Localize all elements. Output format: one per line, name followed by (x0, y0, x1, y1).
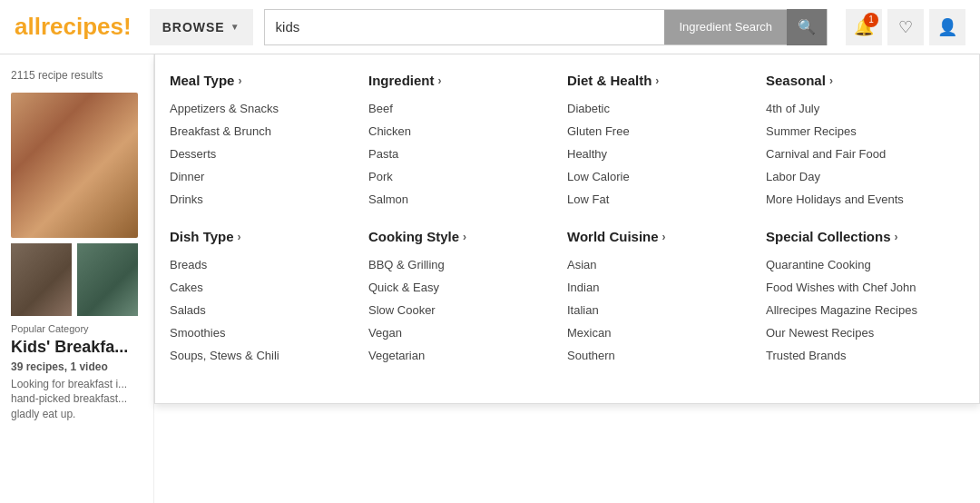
world-cuisine-header[interactable]: World Cuisine › (567, 229, 755, 244)
seasonal-summer[interactable]: Summer Recipes (766, 120, 954, 143)
header: allrecipes! BROWSE ▼ Ingredient Search 🔍… (0, 0, 980, 54)
diet-low-calorie[interactable]: Low Calorie (567, 165, 755, 188)
recipe-image-small-2 (77, 243, 138, 316)
user-icon: 👤 (937, 17, 957, 37)
seasonal-carnival[interactable]: Carnival and Fair Food (766, 143, 954, 165)
main-content: 2115 recipe results Popular Category Kid… (0, 54, 980, 503)
dish-type-breads[interactable]: Breads (170, 253, 358, 276)
browse-dropdown-menu: Meal Type › Appetizers & Snacks Breakfas… (154, 54, 980, 404)
cuisine-asian[interactable]: Asian (567, 253, 755, 276)
recipe-title[interactable]: Kids' Breakfa... (11, 338, 142, 358)
cooking-style-slow-cooker[interactable]: Slow Cooker (368, 299, 556, 321)
meal-type-section: Meal Type › Appetizers & Snacks Breakfas… (170, 73, 368, 229)
dish-type-cakes[interactable]: Cakes (170, 276, 358, 299)
ingredient-search-label: Ingredient Search (679, 20, 772, 34)
cuisine-southern[interactable]: Southern (567, 344, 755, 367)
dish-type-arrow-icon: › (238, 231, 241, 243)
ingredient-pork[interactable]: Pork (368, 165, 556, 188)
meal-type-appetizers[interactable]: Appetizers & Snacks (170, 97, 358, 120)
diet-gluten-free[interactable]: Gluten Free (567, 120, 755, 143)
recipe-meta: 39 recipes, 1 video (11, 360, 142, 373)
chevron-down-icon: ▼ (230, 22, 240, 32)
special-collections-label: Special Collections (766, 229, 891, 244)
logo[interactable]: allrecipes! (15, 13, 132, 41)
header-icons: 🔔 1 ♡ 👤 (846, 9, 965, 45)
dish-type-soups[interactable]: Soups, Stews & Chili (170, 344, 358, 367)
meal-type-desserts[interactable]: Desserts (170, 143, 358, 165)
seasonal-more-holidays[interactable]: More Holidays and Events (766, 188, 954, 211)
browse-label: BROWSE (162, 20, 225, 35)
search-input[interactable] (265, 10, 665, 44)
diet-diabetic[interactable]: Diabetic (567, 97, 755, 120)
cooking-style-vegetarian[interactable]: Vegetarian (368, 344, 556, 367)
favorites-button[interactable]: ♡ (887, 9, 924, 45)
ingredient-header[interactable]: Ingredient › (368, 73, 556, 88)
menu-column-4: Seasonal › 4th of July Summer Recipes Ca… (766, 73, 965, 385)
special-collections-arrow-icon: › (895, 231, 898, 243)
cuisine-italian[interactable]: Italian (567, 299, 755, 321)
notification-button[interactable]: 🔔 1 (846, 9, 882, 45)
ingredient-search-button[interactable]: Ingredient Search (664, 10, 787, 44)
ingredient-chicken[interactable]: Chicken (368, 120, 556, 143)
logo-exclamation: ! (123, 13, 132, 40)
cooking-style-header[interactable]: Cooking Style › (368, 229, 556, 244)
special-food-wishes[interactable]: Food Wishes with Chef John (766, 276, 954, 299)
special-trusted-brands[interactable]: Trusted Brands (766, 344, 954, 367)
ingredient-section: Ingredient › Beef Chicken Pasta Pork Sal… (368, 73, 567, 229)
cooking-style-arrow-icon: › (463, 231, 466, 243)
seasonal-section: Seasonal › 4th of July Summer Recipes Ca… (766, 73, 965, 229)
menu-column-3: Diet & Health › Diabetic Gluten Free Hea… (567, 73, 766, 385)
left-panel: 2115 recipe results Popular Category Kid… (0, 54, 154, 503)
special-newest[interactable]: Our Newest Recipes (766, 321, 954, 344)
heart-icon: ♡ (898, 17, 913, 37)
meal-type-header[interactable]: Meal Type › (170, 73, 358, 88)
ingredient-beef[interactable]: Beef (368, 97, 556, 120)
seasonal-4th-july[interactable]: 4th of July (766, 97, 954, 120)
cuisine-indian[interactable]: Indian (567, 276, 755, 299)
ingredient-label: Ingredient (368, 73, 435, 88)
special-collections-section: Special Collections › Quarantine Cooking… (766, 229, 965, 385)
cooking-style-vegan[interactable]: Vegan (368, 321, 556, 344)
cooking-style-bbq[interactable]: BBQ & Grilling (368, 253, 556, 276)
dish-type-label: Dish Type (170, 229, 234, 244)
notification-badge: 1 (864, 13, 878, 27)
popular-category-label: Popular Category (11, 323, 142, 334)
special-magazine[interactable]: Allrecipes Magazine Recipes (766, 299, 954, 321)
meal-type-dinner[interactable]: Dinner (170, 165, 358, 188)
browse-button[interactable]: BROWSE ▼ (150, 9, 253, 45)
ingredient-pasta[interactable]: Pasta (368, 143, 556, 165)
search-submit-button[interactable]: 🔍 (787, 9, 827, 45)
special-collections-header[interactable]: Special Collections › (766, 229, 954, 244)
diet-health-arrow-icon: › (655, 74, 659, 87)
cooking-style-quick-easy[interactable]: Quick & Easy (368, 276, 556, 299)
results-count: 2115 recipe results (11, 69, 142, 82)
seasonal-label: Seasonal (766, 73, 826, 88)
diet-healthy[interactable]: Healthy (567, 143, 755, 165)
cuisine-mexican[interactable]: Mexican (567, 321, 755, 344)
recipe-image-small-1 (11, 243, 72, 316)
search-box: Ingredient Search 🔍 (264, 9, 828, 45)
menu-column-1: Meal Type › Appetizers & Snacks Breakfas… (170, 73, 368, 385)
recipe-description: Looking for breakfast i... hand-picked b… (11, 377, 142, 422)
dish-type-salads[interactable]: Salads (170, 299, 358, 321)
dish-type-smoothies[interactable]: Smoothies (170, 321, 358, 344)
meal-type-arrow-icon: › (238, 74, 241, 87)
world-cuisine-label: World Cuisine (567, 229, 659, 244)
recipe-images (11, 93, 142, 316)
dish-type-section: Dish Type › Breads Cakes Salads Smoothie… (170, 229, 368, 385)
diet-health-header[interactable]: Diet & Health › (567, 73, 755, 88)
special-quarantine[interactable]: Quarantine Cooking (766, 253, 954, 276)
ingredient-salmon[interactable]: Salmon (368, 188, 556, 211)
seasonal-labor-day[interactable]: Labor Day (766, 165, 954, 188)
world-cuisine-arrow-icon: › (662, 231, 666, 243)
cooking-style-label: Cooking Style (368, 229, 459, 244)
seasonal-header[interactable]: Seasonal › (766, 73, 954, 88)
recipe-image-main (11, 93, 138, 238)
seasonal-arrow-icon: › (829, 74, 833, 87)
meal-type-drinks[interactable]: Drinks (170, 188, 358, 211)
diet-health-section: Diet & Health › Diabetic Gluten Free Hea… (567, 73, 766, 229)
dish-type-header[interactable]: Dish Type › (170, 229, 358, 244)
diet-low-fat[interactable]: Low Fat (567, 188, 755, 211)
user-profile-button[interactable]: 👤 (929, 9, 965, 45)
meal-type-breakfast[interactable]: Breakfast & Brunch (170, 120, 358, 143)
